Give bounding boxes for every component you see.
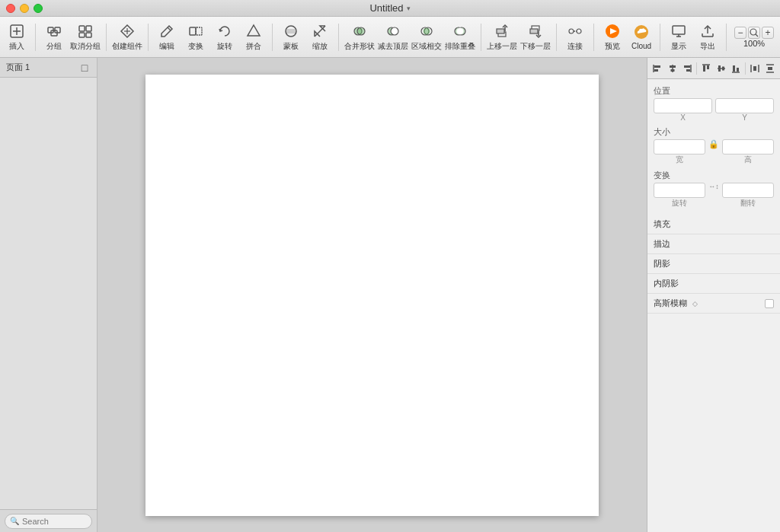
shadow-section[interactable]: 阴影 (647, 254, 780, 274)
svg-point-23 (391, 27, 398, 35)
search-icon: 🔍 (10, 517, 19, 525)
svg-point-35 (577, 29, 581, 33)
toolbar-preview[interactable]: 预览 (599, 20, 626, 55)
size-w-input[interactable] (654, 139, 705, 155)
toolbar-insert[interactable]: 插入 (3, 20, 30, 55)
align-top-button[interactable] (699, 61, 713, 76)
move-down-icon (527, 23, 544, 40)
transform-flip-input[interactable] (722, 183, 774, 198)
toolbar-group[interactable]: 分组 (40, 20, 68, 55)
toolbar-edit[interactable]: 编辑 (153, 20, 181, 55)
move-down-label: 下移一层 (520, 41, 551, 52)
search-box[interactable]: 🔍 (5, 514, 92, 529)
toolbar-ungroup[interactable]: 取消分组 (69, 20, 101, 55)
stroke-section[interactable]: 描边 (647, 234, 780, 254)
align-center-h-button[interactable] (665, 61, 679, 76)
sidebar-page-label: 页面 1 (6, 62, 75, 73)
transform-section: 变换 旋转 ↔↕ 翻转 (654, 170, 774, 209)
group-icon (46, 23, 62, 40)
align-bottom-button[interactable] (729, 61, 743, 76)
toolbar-merge[interactable]: 拼合 (240, 20, 267, 55)
svg-rect-66 (737, 68, 739, 72)
svg-rect-51 (654, 69, 658, 72)
align-left-button[interactable] (651, 61, 664, 76)
toolbar-display[interactable]: 显示 (665, 20, 692, 55)
stroke-label: 描边 (654, 238, 774, 250)
gaussian-blur-checkbox[interactable] (765, 299, 774, 308)
zoom-decrease-button[interactable]: − (734, 27, 746, 39)
svg-line-19 (315, 26, 325, 37)
sep10 (726, 24, 727, 51)
size-h-label: 高 (744, 155, 752, 165)
shadow-label: 阴影 (654, 258, 774, 269)
size-inputs: 宽 🔒 高 (654, 139, 774, 165)
toolbar: 插入 分组 取消分组 (0, 17, 780, 58)
group-label: 分组 (46, 41, 62, 52)
sidebar-footer: 🔍 (0, 509, 97, 532)
canvas-area[interactable] (98, 58, 647, 532)
main-area: 页面 1 □ 🔍 (0, 58, 780, 532)
distribute-h-button[interactable] (748, 61, 762, 76)
traffic-lights (6, 4, 43, 13)
toolbar-rotate[interactable]: 旋转 (211, 20, 238, 55)
sep2 (106, 24, 107, 51)
toolbar-create-component[interactable]: 创建组件 (111, 20, 143, 55)
position-x-group: X (654, 98, 712, 122)
toolbar-scale[interactable]: 缩放 (306, 20, 334, 55)
close-button[interactable] (6, 4, 15, 13)
align-center-v-button[interactable] (714, 61, 727, 76)
mask-icon (283, 23, 299, 40)
position-x-input[interactable] (654, 98, 712, 113)
window-title[interactable]: Untitled ▾ (369, 2, 410, 14)
preview-label: 预览 (605, 41, 620, 52)
gaussian-blur-section[interactable]: 高斯模糊 ◇ (647, 294, 780, 314)
toolbar-merge-shapes[interactable]: 合并形状 (344, 20, 376, 55)
fill-label: 填充 (654, 218, 774, 230)
minimize-button[interactable] (20, 4, 29, 13)
maximize-button[interactable] (34, 4, 43, 13)
svg-rect-56 (684, 65, 690, 68)
svg-rect-50 (654, 65, 660, 68)
title-text: Untitled (369, 2, 403, 14)
toolbar-transform[interactable]: 变换 (182, 20, 209, 55)
insert-label: 插入 (9, 41, 24, 52)
gaussian-blur-label: 高斯模糊 ◇ (654, 298, 765, 309)
gaussian-blur-toggle-icon: ◇ (692, 300, 698, 307)
align-right-button[interactable] (680, 61, 694, 76)
size-label: 大小 (654, 126, 675, 138)
position-y-input[interactable] (715, 98, 774, 113)
svg-rect-53 (670, 65, 676, 68)
size-h-input[interactable] (722, 139, 774, 155)
search-input[interactable] (22, 517, 87, 526)
toolbar-remove-overlap[interactable]: 排除重叠 (444, 20, 476, 55)
edit-icon (158, 23, 175, 40)
merge-icon (245, 23, 262, 40)
fill-section[interactable]: 填充 (647, 215, 780, 234)
toolbar-move-down[interactable]: 下移一层 (519, 20, 551, 55)
distribute-v-button[interactable] (763, 61, 777, 76)
sep4 (272, 24, 273, 51)
size-lock-icon[interactable]: 🔒 (708, 139, 719, 165)
position-x-label: X (680, 113, 686, 122)
toolbar-move-up[interactable]: 上移一层 (486, 20, 518, 55)
svg-rect-9 (86, 33, 91, 37)
zoom-increase-button[interactable]: + (762, 27, 774, 39)
sidebar-add-page-button[interactable]: □ (78, 62, 91, 74)
sidebar-header: 页面 1 □ (0, 58, 97, 78)
toolbar-export[interactable]: 导出 (694, 20, 721, 55)
insert-icon (8, 23, 25, 40)
position-label: 位置 (654, 85, 675, 97)
transform-flip-icon[interactable]: ↔↕ (708, 183, 719, 209)
toolbar-intersect[interactable]: 区域相交 (411, 20, 443, 55)
export-icon (699, 23, 716, 40)
svg-rect-8 (79, 33, 85, 37)
svg-point-34 (569, 29, 574, 33)
inner-shadow-section[interactable]: 内阴影 (647, 274, 780, 294)
toolbar-cloud[interactable]: Cloud (628, 21, 655, 53)
transform-rotate-input[interactable] (654, 183, 705, 198)
move-up-label: 上移一层 (487, 41, 517, 52)
toolbar-mask[interactable]: 蒙板 (277, 20, 305, 55)
toolbar-reduce-top[interactable]: 减去顶层 (377, 20, 409, 55)
sep8 (593, 24, 594, 51)
toolbar-connect[interactable]: 连接 (561, 20, 589, 55)
